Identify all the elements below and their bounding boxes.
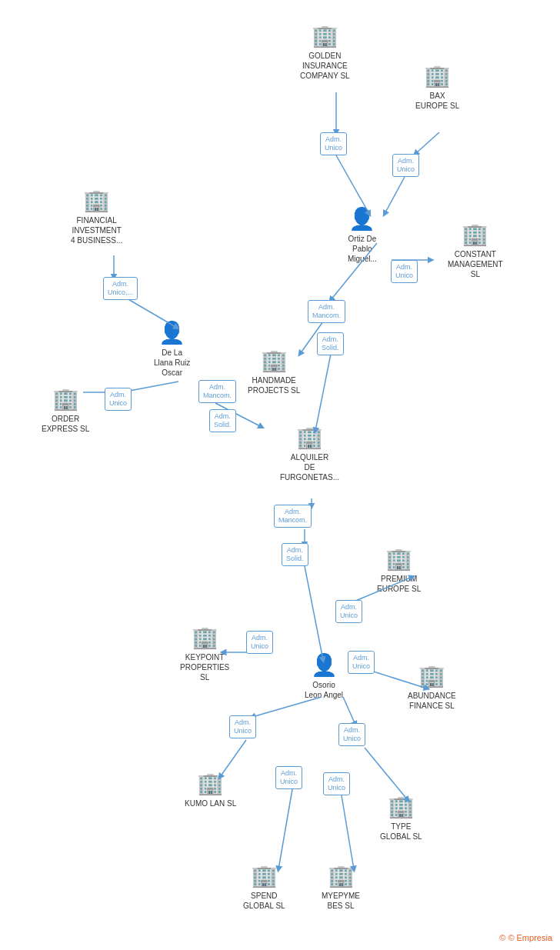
node-spend-label: SPEND GLOBAL SL bbox=[243, 891, 285, 911]
svg-line-7 bbox=[315, 354, 331, 431]
building-order-icon: 🏢 bbox=[52, 386, 79, 412]
node-bax: 🏢 BAX EUROPE SL bbox=[415, 63, 459, 111]
person-delana: 👤 De La Llana Ruiz Oscar bbox=[154, 320, 190, 378]
svg-line-1 bbox=[336, 155, 369, 214]
node-handmade: 🏢 HANDMADE PROJECTS SL bbox=[248, 348, 300, 395]
node-order-label: ORDER EXPRESS SL bbox=[42, 414, 89, 434]
node-type: 🏢 TYPE GLOBAL SL bbox=[380, 794, 422, 842]
node-premium-label: PREMIUM EUROPE SL bbox=[377, 574, 421, 594]
building-premium-icon: 🏢 bbox=[385, 546, 412, 572]
svg-line-22 bbox=[365, 748, 408, 800]
node-bax-label: BAX EUROPE SL bbox=[415, 91, 459, 111]
node-abundance-label: ABUNDANCE FINANCE SL bbox=[408, 691, 456, 711]
node-keypoint-label: KEYPOINT PROPERTIES SL bbox=[180, 652, 229, 682]
person-ortiz-label: Ortiz De Pablo Miguel... bbox=[348, 234, 377, 264]
badge-b6: Adm. Solid. bbox=[317, 332, 344, 355]
badge-b14: Adm. Unico bbox=[348, 651, 375, 674]
node-myepyme-label: MYEPYME BES SL bbox=[322, 891, 360, 911]
watermark: © © Empresia bbox=[499, 933, 552, 942]
building-constant-icon: 🏢 bbox=[462, 222, 488, 247]
badge-b15: Adm. Unico bbox=[229, 715, 256, 738]
building-golden-icon: 🏢 bbox=[312, 23, 338, 48]
building-handmade-icon: 🏢 bbox=[261, 348, 288, 373]
node-type-label: TYPE GLOBAL SL bbox=[380, 822, 422, 842]
person-osorio: 👤 Osorio Leon Angel bbox=[305, 652, 343, 700]
person-ortiz: 👤 Ortiz De Pablo Miguel... bbox=[348, 206, 377, 264]
badge-b10: Adm. Mancom. bbox=[274, 505, 312, 528]
node-myepyme: 🏢 MYEPYME BES SL bbox=[322, 863, 360, 911]
building-bax-icon: 🏢 bbox=[424, 63, 451, 88]
badge-b3: Adm. Unico bbox=[391, 260, 418, 283]
badge-b12: Adm. Unico bbox=[335, 600, 362, 623]
watermark-text: © Empresia bbox=[508, 933, 552, 942]
badge-b17: Adm. Unico bbox=[275, 766, 302, 789]
node-financial-label: FINANCIAL INVESTMENT 4 BUSINESS... bbox=[71, 215, 122, 245]
svg-line-15 bbox=[305, 566, 323, 660]
person-osorio-label: Osorio Leon Angel bbox=[305, 680, 343, 700]
person-delana-icon: 👤 bbox=[158, 320, 185, 345]
badge-b16: Adm. Unico bbox=[338, 723, 365, 746]
badge-b9: Adm. Unico bbox=[105, 388, 132, 411]
building-alquiler-icon: 🏢 bbox=[296, 425, 323, 450]
node-spend: 🏢 SPEND GLOBAL SL bbox=[243, 863, 285, 911]
badge-b13: Adm. Unico bbox=[246, 631, 273, 654]
building-myepyme-icon: 🏢 bbox=[328, 863, 355, 888]
node-handmade-label: HANDMADE PROJECTS SL bbox=[248, 375, 300, 395]
person-ortiz-icon: 👤 bbox=[348, 206, 375, 232]
node-keypoint: 🏢 KEYPOINT PROPERTIES SL bbox=[180, 625, 229, 682]
node-alquiler: 🏢 ALQUILER DE FURGONETAS... bbox=[280, 425, 339, 482]
building-type-icon: 🏢 bbox=[388, 794, 415, 819]
diagram: 🏢 GOLDEN INSURANCE COMPANY SL 🏢 BAX EURO… bbox=[0, 0, 560, 950]
building-kumo-icon: 🏢 bbox=[197, 771, 224, 796]
node-golden-label: GOLDEN INSURANCE COMPANY SL bbox=[300, 51, 350, 81]
badge-b8: Adm. Solid. bbox=[209, 409, 236, 432]
badge-b7: Adm. Mancom. bbox=[198, 380, 236, 403]
svg-line-24 bbox=[342, 795, 354, 869]
building-spend-icon: 🏢 bbox=[251, 863, 278, 888]
badge-b4: Adm. Unico,... bbox=[103, 277, 138, 300]
badge-b5: Adm. Mancom. bbox=[308, 300, 345, 323]
person-delana-label: De La Llana Ruiz Oscar bbox=[154, 348, 190, 378]
node-premium: 🏢 PREMIUM EUROPE SL bbox=[377, 546, 421, 594]
node-order: 🏢 ORDER EXPRESS SL bbox=[42, 386, 89, 434]
svg-line-3 bbox=[385, 177, 405, 214]
badge-b2: Adm. Unico bbox=[392, 154, 419, 177]
building-financial-icon: 🏢 bbox=[83, 188, 110, 213]
node-kumo: 🏢 KUMO LAN SL bbox=[185, 771, 236, 808]
watermark-icon: © bbox=[499, 933, 505, 942]
building-abundance-icon: 🏢 bbox=[418, 663, 445, 688]
svg-line-2 bbox=[415, 132, 439, 154]
badge-b11: Adm. Solid. bbox=[282, 543, 308, 566]
svg-line-21 bbox=[343, 697, 355, 725]
node-financial: 🏢 FINANCIAL INVESTMENT 4 BUSINESS... bbox=[71, 188, 122, 245]
badge-b1: Adm. Unico bbox=[320, 132, 347, 155]
node-constant: 🏢 CONSTANT MANAGEMENT SL bbox=[448, 222, 503, 279]
node-golden: 🏢 GOLDEN INSURANCE COMPANY SL bbox=[300, 23, 350, 81]
node-abundance: 🏢 ABUNDANCE FINANCE SL bbox=[408, 663, 456, 711]
person-osorio-icon: 👤 bbox=[311, 652, 338, 678]
node-alquiler-label: ALQUILER DE FURGONETAS... bbox=[280, 452, 339, 482]
building-keypoint-icon: 🏢 bbox=[192, 625, 218, 650]
svg-line-23 bbox=[278, 789, 292, 869]
node-kumo-label: KUMO LAN SL bbox=[185, 798, 236, 808]
node-constant-label: CONSTANT MANAGEMENT SL bbox=[448, 249, 503, 279]
badge-b18: Adm. Unico bbox=[323, 772, 350, 795]
